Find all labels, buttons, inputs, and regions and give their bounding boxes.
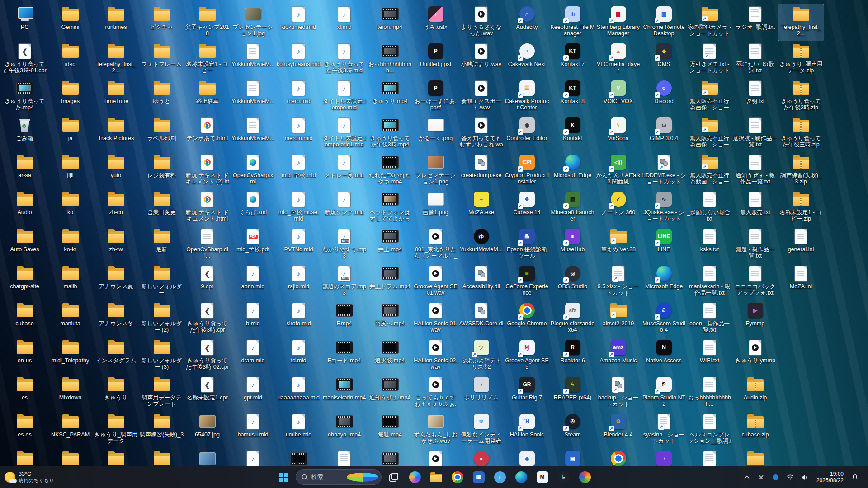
- desktop-icon[interactable]: Accessibility.dll: [458, 263, 504, 300]
- desktop-icon[interactable]: 新しいフォルダー (3): [139, 337, 184, 374]
- desktop-icon[interactable]: ♪ポリリリズム: [458, 374, 504, 411]
- desktop-icon[interactable]: runtimes: [93, 4, 139, 41]
- desktop-icon[interactable]: [367, 448, 413, 467]
- desktop-icon[interactable]: createdump.exe: [458, 152, 504, 189]
- desktop-icon[interactable]: Auto Saves: [2, 226, 47, 263]
- desktop-icon[interactable]: ▶Fymmp: [732, 300, 778, 337]
- desktop-icon[interactable]: ♪MP3無題のスコア.mp3: [321, 263, 367, 300]
- desktop-icon[interactable]: ko: [47, 189, 93, 226]
- desktop-icon[interactable]: [321, 448, 367, 467]
- desktop-icon[interactable]: 名称未設定1 - コピー: [184, 41, 230, 78]
- desktop-icon[interactable]: Telepathy_Inst_2...: [93, 41, 139, 78]
- desktop-icon[interactable]: HALion Sonic 02.wav: [413, 337, 458, 374]
- desktop-icon[interactable]: きゅうり食ってた午後三時.zip: [778, 115, 824, 152]
- desktop-icon[interactable]: zh-tw: [93, 226, 139, 263]
- desktop-icon[interactable]: おっhhhhhhhhhhh...: [687, 374, 732, 411]
- desktop-icon[interactable]: KT↗Kontakt 8: [550, 78, 595, 115]
- desktop-icon[interactable]: ar-sa: [2, 152, 47, 189]
- desktop-icon[interactable]: OpenCvSharp.dll...: [184, 226, 230, 263]
- desktop-icon[interactable]: 井上.mp4: [367, 226, 413, 263]
- desktop-icon[interactable]: ●: [458, 448, 504, 467]
- desktop-icon[interactable]: ♪rajio.mid: [276, 263, 321, 300]
- desktop-icon[interactable]: 父子キャンプ2018: [184, 4, 230, 41]
- desktop-icon[interactable]: V↗VOICEVOX: [595, 78, 641, 115]
- desktop-icon[interactable]: ◆: [504, 448, 550, 467]
- desktop-icon[interactable]: Ɍ↗Reaktor 6: [550, 337, 595, 374]
- desktop-icon[interactable]: ʘ↗Blender 4.4: [595, 411, 641, 448]
- search-box[interactable]: 検索: [296, 469, 382, 485]
- desktop-icon[interactable]: くらび.xml: [230, 189, 276, 226]
- desktop-icon[interactable]: 路上駐車: [184, 78, 230, 115]
- desktop-icon[interactable]: ♪きゅうり食ってた午後3時.mid: [321, 41, 367, 78]
- desktop-icon[interactable]: Ή↗HALion Sonic: [504, 411, 550, 448]
- desktop-icon[interactable]: ▣: [550, 448, 595, 467]
- taskbar-app-file-explorer[interactable]: [427, 468, 445, 486]
- desktop-icon[interactable]: きゅうり.mp4: [367, 78, 413, 115]
- desktop-icon[interactable]: yuto: [93, 152, 139, 189]
- desktop-icon[interactable]: ♪PVTNd.mid: [276, 226, 321, 263]
- desktop-icon[interactable]: 調声練習(失敗)_3.zip: [778, 152, 824, 189]
- desktop-icon[interactable]: ♪mid_学校 muse.mid: [276, 189, 321, 226]
- desktop-icon[interactable]: よりうるさくなった.wav: [458, 4, 504, 41]
- desktop-icon[interactable]: NKSC_PARAM: [47, 411, 93, 448]
- desktop-icon[interactable]: ♪b.mid: [230, 300, 276, 337]
- clock[interactable]: 19:00 2025/08/22: [813, 471, 847, 484]
- tray-chevron-up-icon[interactable]: [741, 469, 753, 485]
- desktop-icon[interactable]: ko-kr: [47, 226, 93, 263]
- desktop-icon[interactable]: 新しいフォルダー: [139, 263, 184, 300]
- wifi-icon[interactable]: [784, 469, 797, 485]
- desktop-icon[interactable]: ◆↗CMS: [641, 41, 687, 78]
- desktop-icon[interactable]: プレゼンテーション1.jpg: [230, 4, 276, 41]
- desktop-icon[interactable]: ♪hamusu.mid: [230, 411, 276, 448]
- desktop-icon[interactable]: PDFmid_学校.pdf: [230, 226, 276, 263]
- desktop-icon[interactable]: Ɱ↗Groove Agent SE 5: [504, 337, 550, 374]
- desktop-icon[interactable]: きゅうり.ymmp: [732, 337, 778, 374]
- desktop-icon[interactable]: ◔↗Cakewalk Next: [504, 41, 550, 78]
- desktop-icon[interactable]: きゅうり_調声用データ.zip: [778, 41, 824, 78]
- desktop-icon[interactable]: ❄孤独なインディーゲーム開発者の一生...: [458, 411, 504, 448]
- desktop-icon[interactable]: general.ini: [778, 226, 824, 263]
- desktop-icon[interactable]: ゆうと: [139, 78, 184, 115]
- desktop-icon[interactable]: 営業日変更: [139, 189, 184, 226]
- desktop-icon[interactable]: ❮9.cpr: [184, 263, 230, 300]
- desktop-icon[interactable]: 001_東北きりたん（ノーマル）_今じゃ...: [413, 226, 458, 263]
- desktop-icon[interactable]: レジ袋有料: [139, 152, 184, 189]
- desktop-icon[interactable]: [139, 448, 184, 467]
- desktop-icon[interactable]: Mixdown: [47, 374, 93, 411]
- desktop-icon[interactable]: アナウンス冬: [93, 300, 139, 337]
- desktop-icon[interactable]: ∿↗JQuake.exe - ショートカット: [641, 189, 687, 226]
- desktop-icon[interactable]: 通知うぜぇ - 親作品一覧.txt: [732, 152, 778, 189]
- desktop-icon[interactable]: ja: [47, 115, 93, 152]
- desktop-icon[interactable]: Audio.zip: [732, 374, 778, 411]
- desktop-icon[interactable]: es-es: [2, 411, 47, 448]
- desktop-icon[interactable]: ❮きゅうり食ってた午後3時-01.cpr: [2, 41, 47, 78]
- taskbar-app-chat[interactable]: ◗: [491, 468, 509, 486]
- desktop-icon[interactable]: ゆYukkuriMovieM...: [458, 226, 504, 263]
- desktop-icon[interactable]: 答え知っててもむずいわこれ.wav: [458, 115, 504, 152]
- desktop-icon[interactable]: ♪mero.mid: [276, 78, 321, 115]
- desktop-icon[interactable]: teion.mp4: [367, 4, 413, 41]
- desktop-icon[interactable]: ラジオ_歌詞.txt: [732, 4, 778, 41]
- desktop-icon[interactable]: ❮名称未設定1.cpr: [184, 374, 230, 411]
- desktop-icon[interactable]: Ᵽ↗Piapro Studio NT2: [641, 374, 687, 411]
- desktop-icon[interactable]: manisekarin - 親作品一覧.txt: [687, 263, 732, 300]
- desktop-icon[interactable]: ♪タイトル未設定.tempo.mid: [321, 78, 367, 115]
- desktop-icon[interactable]: 通知うぜぇ.mp4: [367, 374, 413, 411]
- desktop-icon[interactable]: ↗9.5.xlsx - ショートカット: [595, 263, 641, 300]
- desktop-icon[interactable]: Gemini: [47, 4, 93, 41]
- desktop-icon[interactable]: テンポあて.html: [184, 115, 230, 152]
- desktop-icon[interactable]: ϟ↗REAPER (x64): [550, 374, 595, 411]
- desktop-icon[interactable]: YukkuriMovieM...: [230, 78, 276, 115]
- desktop-icon[interactable]: cubase.zip: [732, 411, 778, 448]
- desktop-icon[interactable]: 無題 - 親作品一覧.txt: [732, 226, 778, 263]
- desktop-icon[interactable]: [2, 448, 47, 467]
- desktop-icon[interactable]: ♪sirofo.mid: [276, 300, 321, 337]
- desktop-icon[interactable]: YukkuriMovieM...: [230, 115, 276, 152]
- desktop-icon[interactable]: きゅうり_調声用データ: [93, 411, 139, 448]
- desktop-icon[interactable]: NNative Access: [641, 337, 687, 374]
- desktop-icon[interactable]: きゅうり食ってた午後3時.mp4: [367, 115, 413, 152]
- desktop-icon[interactable]: Ƨ↗MuseScore Studio 4: [641, 300, 687, 337]
- desktop-icon[interactable]: ♪td.mid: [276, 337, 321, 374]
- desktop-icon[interactable]: es: [2, 374, 47, 411]
- desktop-icon[interactable]: [93, 448, 139, 467]
